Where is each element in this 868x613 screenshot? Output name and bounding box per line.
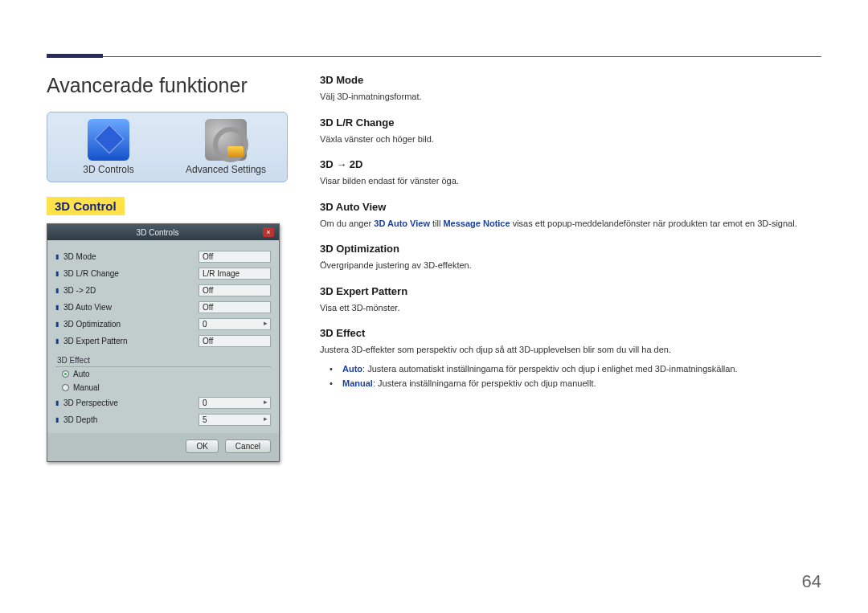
right-column: 3D Mode Välj 3D-inmatningsformat. 3D L/R… bbox=[320, 74, 821, 565]
dialog-3d-controls: 3D Controls × ▮ 3D Mode Off ▮ 3D L/R Cha… bbox=[47, 223, 280, 462]
bullet-item: Manual: Justera inställningarna för pers… bbox=[330, 376, 821, 391]
icon-label: 3D Controls bbox=[54, 164, 163, 175]
radio-row-auto[interactable]: Auto bbox=[55, 367, 271, 381]
setting-label: 3D Perspective bbox=[62, 398, 199, 407]
keyword-manual: Manual bbox=[342, 378, 373, 388]
page-title: Avancerade funktioner bbox=[47, 74, 288, 97]
desc-3d-lr-change: Växla vänster och höger bild. bbox=[320, 133, 821, 146]
radio-icon bbox=[62, 370, 69, 378]
desc-3d-mode: Välj 3D-inmatningsformat. bbox=[320, 90, 821, 104]
setting-spinner[interactable]: 0 bbox=[199, 397, 271, 409]
setting-row: ▮ 3D -> 2D Off bbox=[55, 282, 271, 299]
heading-3d-expert-pattern: 3D Expert Pattern bbox=[320, 285, 821, 297]
text-fragment: Om du anger bbox=[320, 219, 374, 228]
radio-row-manual[interactable]: Manual bbox=[55, 381, 271, 394]
left-column: Avancerade funktioner 3D Controls Advanc… bbox=[47, 74, 288, 565]
close-icon[interactable]: × bbox=[263, 227, 274, 237]
radio-icon bbox=[62, 384, 69, 391]
bullet-icon: ▮ bbox=[55, 270, 62, 277]
dialog-title: 3D Controls bbox=[52, 228, 263, 237]
setting-value[interactable]: Off bbox=[199, 284, 271, 296]
dialog-button-row: OK Cancel bbox=[47, 433, 279, 461]
cancel-button[interactable]: Cancel bbox=[225, 439, 271, 453]
icon-label: Advanced Settings bbox=[171, 164, 280, 175]
text-fragment: till bbox=[430, 219, 444, 228]
bullet-icon: ▮ bbox=[55, 337, 62, 345]
setting-value[interactable]: Off bbox=[199, 335, 271, 347]
section-label-highlight: 3D Control bbox=[47, 197, 125, 215]
heading-3d-effect: 3D Effect bbox=[320, 327, 821, 339]
bullet-item: Auto: Justera automatiskt inställningarn… bbox=[330, 362, 821, 377]
setting-label: 3D Mode bbox=[62, 252, 199, 261]
heading-3d-optimization: 3D Optimization bbox=[320, 243, 821, 255]
setting-row: ▮ 3D Optimization 0 bbox=[55, 316, 271, 333]
setting-row: ▮ 3D Auto View Off bbox=[55, 299, 271, 316]
icon-advanced-settings[interactable]: Advanced Settings bbox=[171, 119, 280, 175]
heading-3d-to-2d: 3D → 2D bbox=[320, 158, 821, 170]
setting-label: 3D L/R Change bbox=[62, 269, 199, 278]
desc-3d-auto-view: Om du anger 3D Auto View till Message No… bbox=[320, 217, 821, 231]
desc-3d-effect: Justera 3D-effekter som perspektiv och d… bbox=[320, 343, 821, 357]
setting-label: 3D Expert Pattern bbox=[62, 337, 199, 345]
setting-row: ▮ 3D Perspective 0 bbox=[55, 394, 271, 411]
bullet-icon: ▮ bbox=[55, 416, 62, 423]
dialog-titlebar: 3D Controls × bbox=[47, 224, 279, 240]
header-rule bbox=[47, 56, 821, 57]
setting-label: 3D -> 2D bbox=[62, 286, 199, 295]
gear-icon bbox=[205, 119, 247, 161]
ok-button[interactable]: OK bbox=[186, 439, 218, 453]
heading-3d-lr-change: 3D L/R Change bbox=[320, 116, 821, 129]
bullet-text: : Justera inställningarna för perspektiv… bbox=[373, 378, 596, 388]
bullet-icon: ▮ bbox=[55, 287, 62, 294]
setting-row: ▮ 3D Depth 5 bbox=[55, 411, 271, 428]
bullet-list-3d-effect: Auto: Justera automatiskt inställningarn… bbox=[330, 362, 821, 391]
bullet-text: : Justera automatiskt inställningarna fö… bbox=[362, 364, 738, 374]
dialog-body: ▮ 3D Mode Off ▮ 3D L/R Change L/R Image … bbox=[47, 240, 279, 433]
setting-row: ▮ 3D Mode Off bbox=[55, 248, 271, 265]
setting-row: ▮ 3D Expert Pattern Off bbox=[55, 333, 271, 349]
desc-3d-optimization: Övergripande justering av 3D-effekten. bbox=[320, 259, 821, 272]
radio-label: Auto bbox=[73, 370, 90, 378]
text-fragment: visas ett popup-meddelandefönster när pr… bbox=[510, 219, 797, 228]
setting-spinner[interactable]: 5 bbox=[199, 414, 271, 426]
setting-value[interactable]: Off bbox=[199, 301, 271, 313]
radio-label: Manual bbox=[73, 383, 100, 392]
cube-icon bbox=[88, 119, 129, 161]
heading-3d-auto-view: 3D Auto View bbox=[320, 201, 821, 213]
bullet-icon: ▮ bbox=[55, 253, 62, 260]
setting-row: ▮ 3D L/R Change L/R Image bbox=[55, 265, 271, 282]
icon-3d-controls[interactable]: 3D Controls bbox=[54, 119, 163, 175]
heading-3d-mode: 3D Mode bbox=[320, 74, 821, 86]
setting-value[interactable]: L/R Image bbox=[199, 268, 271, 280]
setting-spinner[interactable]: 0 bbox=[199, 318, 271, 330]
page-number: 64 bbox=[802, 571, 821, 592]
header-accent bbox=[47, 54, 103, 58]
keyword-auto: Auto bbox=[342, 364, 362, 374]
bullet-icon: ▮ bbox=[55, 321, 62, 328]
icon-card-row: 3D Controls Advanced Settings bbox=[47, 112, 288, 182]
desc-3d-expert-pattern: Visa ett 3D-mönster. bbox=[320, 301, 821, 315]
setting-label: 3D Optimization bbox=[62, 320, 199, 329]
desc-3d-to-2d: Visar bilden endast för vänster öga. bbox=[320, 174, 821, 188]
bullet-icon: ▮ bbox=[55, 304, 62, 311]
content-area: Avancerade funktioner 3D Controls Advanc… bbox=[47, 74, 821, 565]
bullet-icon: ▮ bbox=[55, 399, 62, 407]
keyword-message-notice: Message Notice bbox=[443, 219, 510, 228]
keyword-3d-auto-view: 3D Auto View bbox=[374, 219, 430, 228]
setting-value[interactable]: Off bbox=[199, 251, 271, 263]
setting-label: 3D Depth bbox=[62, 415, 199, 424]
setting-label: 3D Auto View bbox=[62, 303, 199, 312]
group-label-3d-effect: 3D Effect bbox=[55, 354, 271, 367]
